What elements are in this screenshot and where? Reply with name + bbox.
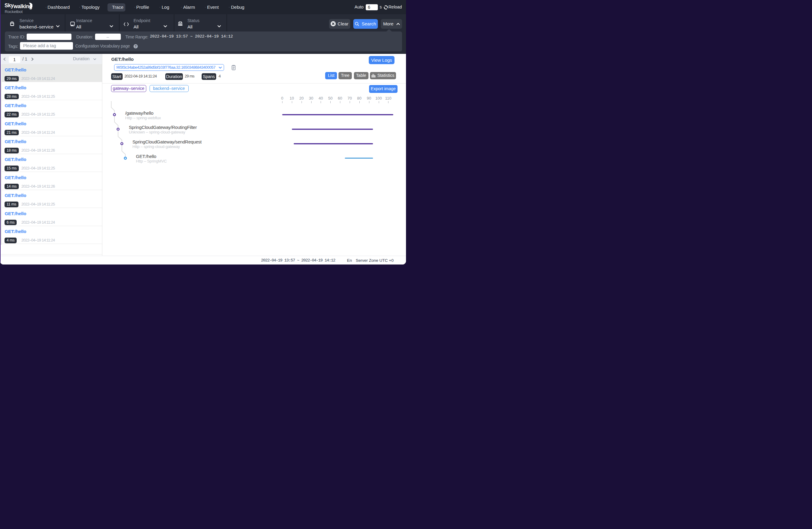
svg-text:?: ? bbox=[135, 44, 136, 48]
